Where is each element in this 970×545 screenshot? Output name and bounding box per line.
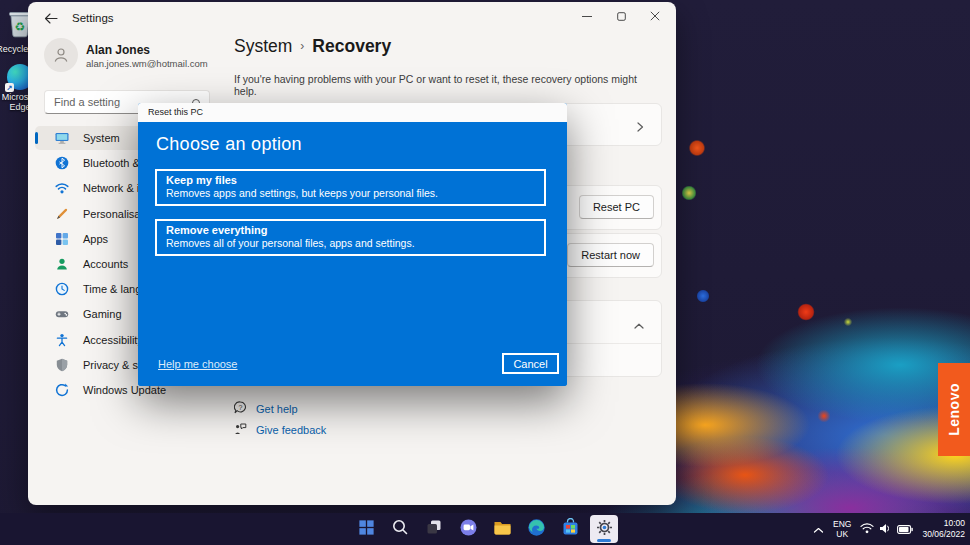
clock[interactable]: 10:00 30/06/2022: [922, 518, 965, 540]
gaming-icon: [55, 307, 69, 321]
get-help-icon: ?: [234, 400, 247, 418]
taskbar-settings-button[interactable]: [590, 515, 618, 543]
tray-date: 30/06/2022: [922, 529, 965, 540]
back-button[interactable]: [38, 8, 64, 28]
taskbar-search-button[interactable]: [386, 515, 414, 543]
accessibility-icon: [55, 333, 69, 347]
svg-text:♻: ♻: [15, 20, 26, 34]
dialog-heading: Choose an option: [156, 134, 302, 155]
page-title: Recovery: [312, 36, 391, 56]
option-title: Remove everything: [166, 224, 535, 236]
battery-icon: [897, 520, 913, 538]
person-icon: [52, 46, 70, 64]
apps-icon: [55, 232, 69, 246]
privacy-security-icon: [55, 358, 69, 372]
taskbar-store-button[interactable]: [556, 515, 584, 543]
search-placeholder: Find a setting: [54, 91, 120, 113]
taskbar-task-view-button[interactable]: [420, 515, 448, 543]
system-tray: ENG UK 10:00 30/06/2022: [813, 513, 965, 545]
footer-link-label: Get help: [256, 403, 298, 415]
window-title: Settings: [72, 12, 114, 24]
bluetooth-icon: [55, 156, 69, 170]
dialog-title: Reset this PC: [138, 103, 567, 122]
accounts-icon: [55, 257, 69, 271]
get-help-link[interactable]: ?Get help: [234, 398, 326, 419]
breadcrumb: System›Recovery: [234, 36, 391, 57]
wifi-icon: [860, 520, 874, 538]
speaker-icon: [879, 520, 892, 538]
personalisation-icon: [55, 207, 69, 221]
page-description: If you're having problems with your PC o…: [234, 73, 662, 97]
dialog-option-remove-everything[interactable]: Remove everythingRemoves all of your per…: [155, 219, 546, 256]
region-code: UK: [833, 529, 851, 539]
taskbar: ENG UK 10:00 30/06/2022: [0, 513, 970, 545]
restart-now-button[interactable]: Restart now: [567, 243, 654, 267]
breadcrumb-root[interactable]: System: [234, 36, 292, 56]
breadcrumb-separator-icon: ›: [300, 39, 304, 53]
option-description: Removes all of your personal files, apps…: [166, 237, 535, 249]
start-icon: [357, 518, 376, 541]
profile-name: Alan Jones: [86, 43, 150, 57]
settings-icon: [595, 518, 614, 541]
taskbar-edge-button[interactable]: [522, 515, 550, 543]
footer-links: ?Get helpGive feedback: [234, 398, 326, 440]
back-arrow-icon: [44, 13, 58, 24]
system-icon: [55, 131, 69, 145]
footer-link-label: Give feedback: [256, 424, 326, 436]
windows-update-icon: [55, 383, 69, 397]
reset-this-pc-dialog: Reset this PC Choose an option Keep my f…: [138, 103, 567, 386]
tray-time: 10:00: [922, 518, 965, 529]
reset-pc-button[interactable]: Reset PC: [579, 195, 654, 219]
language-indicator[interactable]: ENG UK: [833, 519, 851, 539]
dialog-body: Choose an option Keep my filesRemoves ap…: [138, 122, 567, 386]
sidebar-item-label: Apps: [83, 233, 108, 245]
give-feedback-icon: [234, 421, 247, 439]
give-feedback-link[interactable]: Give feedback: [234, 419, 326, 440]
sidebar-item-label: Gaming: [83, 308, 122, 320]
lenovo-wallpaper-badge: Lenovo: [938, 363, 970, 456]
svg-text:?: ?: [239, 403, 243, 410]
sidebar-item-label: System: [83, 132, 120, 144]
taskbar-start-button[interactable]: [352, 515, 380, 543]
taskbar-chat-button[interactable]: [454, 515, 482, 543]
chevron-up-icon: [633, 316, 645, 334]
taskbar-icons: [352, 515, 618, 543]
taskbar-file-explorer-button[interactable]: [488, 515, 516, 543]
chevron-right-icon: [635, 119, 645, 137]
cancel-button[interactable]: Cancel: [502, 353, 559, 374]
help-me-choose-link[interactable]: Help me choose: [158, 358, 238, 370]
profile-email: alan.jones.wm@hotmail.com: [86, 58, 208, 69]
lenovo-badge-text: Lenovo: [946, 383, 962, 436]
option-description: Removes apps and settings, but keeps you…: [166, 187, 535, 199]
shortcut-arrow-icon: ↗: [5, 83, 14, 92]
option-title: Keep my files: [166, 174, 535, 186]
time-language-icon: [55, 282, 69, 296]
chat-icon: [459, 518, 478, 541]
avatar[interactable]: [44, 38, 78, 72]
tray-status-icons[interactable]: [860, 520, 913, 538]
store-icon: [561, 518, 580, 541]
language-code: ENG: [833, 519, 851, 529]
network-icon: [55, 181, 69, 195]
search-icon: [391, 518, 409, 540]
file-explorer-icon: [493, 518, 512, 541]
sidebar-item-label: Accounts: [83, 258, 128, 270]
edge-icon: [527, 518, 546, 541]
task-view-icon: [425, 518, 443, 540]
hidden-icons-chevron-icon[interactable]: [813, 520, 824, 538]
dialog-option-keep-my-files[interactable]: Keep my filesRemoves apps and settings, …: [155, 169, 546, 206]
sidebar-item-label: Accessibility: [83, 334, 143, 346]
